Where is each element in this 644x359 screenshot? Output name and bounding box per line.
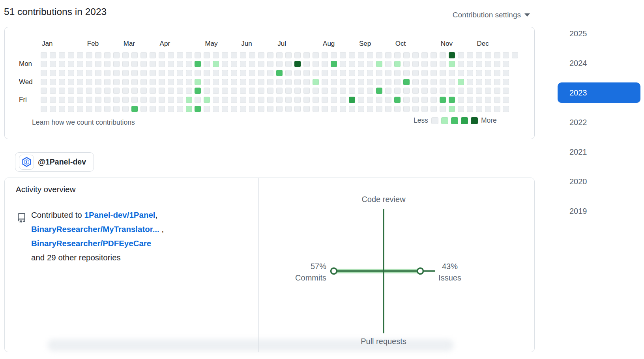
contribution-cell[interactable] (186, 79, 192, 85)
contribution-cell[interactable] (403, 88, 410, 94)
org-filter-button[interactable]: @1Panel-dev (15, 152, 94, 172)
contribution-cell[interactable] (213, 79, 219, 85)
contribution-cell[interactable] (322, 106, 328, 112)
contribution-cell[interactable] (59, 79, 65, 85)
contribution-cell[interactable] (276, 52, 283, 58)
contribution-cell[interactable] (113, 79, 120, 85)
contribution-cell[interactable] (231, 88, 237, 94)
contribution-cell[interactable] (376, 97, 382, 103)
contribution-cell[interactable] (50, 97, 56, 103)
contribution-cell[interactable] (258, 61, 264, 67)
contribution-cell[interactable] (213, 106, 219, 112)
contribution-cell[interactable] (385, 61, 391, 67)
contribution-cell[interactable] (485, 88, 491, 94)
contribution-cell[interactable] (267, 97, 273, 103)
contribution-cell[interactable] (394, 52, 401, 58)
contribution-cell[interactable] (331, 106, 337, 112)
contribution-cell[interactable] (313, 106, 319, 112)
contribution-cell[interactable] (195, 88, 201, 94)
contribution-cell[interactable] (204, 52, 210, 58)
repo-link-pdfeyecare[interactable]: BinaryResearcher/PDFEyeCare (31, 239, 151, 248)
contribution-cell[interactable] (50, 52, 56, 58)
contribution-cell[interactable] (394, 88, 401, 94)
contribution-cell[interactable] (367, 61, 373, 67)
contribution-cell[interactable] (403, 106, 410, 112)
contribution-cell[interactable] (294, 88, 301, 94)
contribution-cell[interactable] (159, 106, 165, 112)
contribution-cell[interactable] (159, 88, 165, 94)
contribution-cell[interactable] (131, 88, 138, 94)
contribution-cell[interactable] (403, 97, 410, 103)
contribution-cell[interactable] (331, 61, 337, 67)
contribution-cell[interactable] (177, 70, 183, 76)
contribution-cell[interactable] (403, 70, 410, 76)
contribution-cell[interactable] (476, 61, 482, 67)
contribution-cell[interactable] (240, 61, 246, 67)
contribution-cell[interactable] (249, 88, 255, 94)
contribution-cell[interactable] (50, 79, 56, 85)
contribution-cell[interactable] (240, 79, 246, 85)
contribution-cell[interactable] (340, 79, 346, 85)
contribution-cell[interactable] (385, 70, 391, 76)
contribution-cell[interactable] (440, 106, 446, 112)
contribution-cell[interactable] (77, 106, 83, 112)
contribution-cell[interactable] (276, 106, 283, 112)
contribution-cell[interactable] (303, 106, 310, 112)
contribution-cell[interactable] (59, 61, 65, 67)
contribution-cell[interactable] (349, 70, 355, 76)
contribution-cell[interactable] (86, 70, 92, 76)
contribution-cell[interactable] (376, 52, 382, 58)
contribution-cell[interactable] (195, 106, 201, 112)
contribution-cell[interactable] (449, 88, 455, 94)
contribution-cell[interactable] (449, 97, 455, 103)
contribution-cell[interactable] (86, 61, 92, 67)
contribution-cell[interactable] (140, 52, 147, 58)
contribution-cell[interactable] (385, 106, 391, 112)
contribution-cell[interactable] (177, 97, 183, 103)
contribution-cell[interactable] (458, 88, 464, 94)
contribution-cell[interactable] (503, 106, 509, 112)
contribution-cell[interactable] (440, 88, 446, 94)
year-item-2020[interactable]: 2020 (558, 171, 640, 192)
contribution-cell[interactable] (77, 61, 83, 67)
contribution-cell[interactable] (322, 52, 328, 58)
contribution-cell[interactable] (168, 88, 174, 94)
contribution-cell[interactable] (41, 61, 47, 67)
contribution-cell[interactable] (467, 70, 473, 76)
contribution-cell[interactable] (421, 79, 428, 85)
contribution-cell[interactable] (358, 70, 364, 76)
contribution-cell[interactable] (77, 70, 83, 76)
contribution-cell[interactable] (421, 106, 428, 112)
contribution-cell[interactable] (222, 52, 228, 58)
contribution-cell[interactable] (431, 97, 437, 103)
contribution-cell[interactable] (431, 106, 437, 112)
contribution-cell[interactable] (476, 79, 482, 85)
contribution-cell[interactable] (150, 61, 156, 67)
contribution-cell[interactable] (231, 61, 237, 67)
contribution-cell[interactable] (340, 106, 346, 112)
contribution-cell[interactable] (140, 79, 147, 85)
contribution-cell[interactable] (367, 70, 373, 76)
contribution-cell[interactable] (68, 70, 74, 76)
contribution-cell[interactable] (494, 52, 500, 58)
contribution-cell[interactable] (421, 70, 428, 76)
contribution-cell[interactable] (376, 106, 382, 112)
contribution-cell[interactable] (77, 88, 83, 94)
contribution-cell[interactable] (349, 79, 355, 85)
contribution-cell[interactable] (313, 79, 319, 85)
contribution-cell[interactable] (412, 70, 419, 76)
contribution-cell[interactable] (458, 61, 464, 67)
contribution-cell[interactable] (467, 106, 473, 112)
contribution-cell[interactable] (494, 97, 500, 103)
contribution-cell[interactable] (313, 52, 319, 58)
contribution-cell[interactable] (41, 106, 47, 112)
contribution-cell[interactable] (122, 88, 129, 94)
contribution-cell[interactable] (213, 97, 219, 103)
contribution-cell[interactable] (68, 52, 74, 58)
contribution-cell[interactable] (440, 70, 446, 76)
contribution-cell[interactable] (59, 88, 65, 94)
contribution-cell[interactable] (159, 61, 165, 67)
contribution-cell[interactable] (41, 88, 47, 94)
contribution-cell[interactable] (95, 79, 101, 85)
contribution-cell[interactable] (150, 70, 156, 76)
